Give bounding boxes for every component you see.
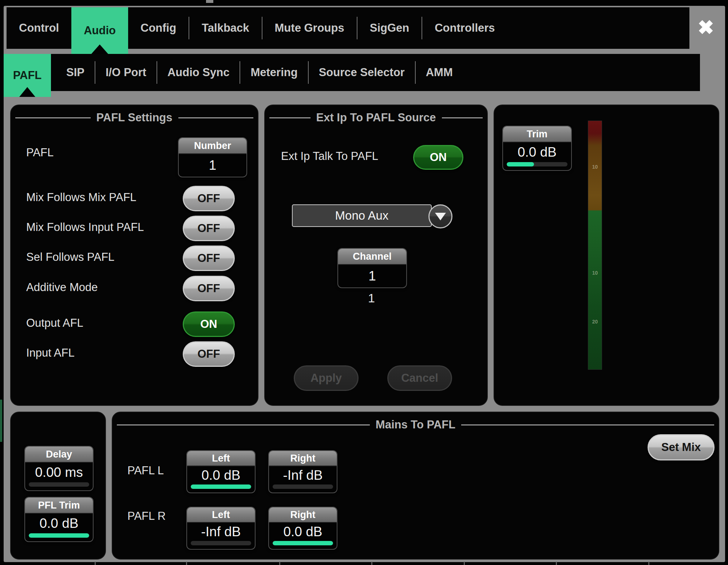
- tab-source-selector[interactable]: Source Selector: [309, 54, 415, 91]
- number-header: Number: [179, 138, 246, 154]
- pfl-trim-widget[interactable]: PFL Trim 0.0 dB: [24, 497, 94, 542]
- delay-widget[interactable]: Delay 0.00 ms: [24, 446, 94, 491]
- trim-widget[interactable]: Trim 0.0 dB: [502, 126, 572, 171]
- toggle-label: Mix Follows Input PAFL: [26, 219, 144, 235]
- number-value: 1: [179, 154, 246, 177]
- ext-ip-panel: Ext Ip To PAFL Source Ext Ip Talk To PAF…: [264, 105, 488, 406]
- toggle-label: Input AFL: [26, 345, 75, 361]
- trim-header: Trim: [503, 126, 571, 142]
- ext-ip-talk-label: Ext Ip Talk To PAFL: [281, 148, 378, 164]
- screen-edge-tick: [279, 562, 280, 565]
- pafl-l-left-widget[interactable]: Left 0.0 dB: [186, 450, 256, 493]
- tab-control[interactable]: Control: [7, 7, 71, 49]
- right-value: 0.0 dB: [269, 523, 337, 541]
- channel-widget[interactable]: Channel 1: [337, 248, 407, 288]
- screen-edge-tick: [464, 562, 465, 565]
- tab-pafl[interactable]: PAFL: [4, 54, 51, 97]
- tab-io-port[interactable]: I/O Port: [95, 54, 157, 91]
- meter-tick: 10: [588, 270, 602, 276]
- cancel-button[interactable]: Cancel: [387, 365, 452, 391]
- pafl-l-right-widget[interactable]: Right -Inf dB: [268, 450, 337, 493]
- screen-edge-tick: [95, 562, 96, 565]
- ext-ip-title: Ext Ip To PAFL Source: [269, 111, 483, 124]
- apply-button[interactable]: Apply: [294, 365, 359, 391]
- toggle-label: Sel Follows PAFL: [26, 249, 114, 265]
- tab-audio-sync[interactable]: Audio Sync: [157, 54, 240, 91]
- source-dropdown-button[interactable]: [428, 204, 452, 228]
- tab-mute-groups[interactable]: Mute Groups: [262, 7, 357, 49]
- left-value: -Inf dB: [187, 523, 255, 541]
- primary-tab-bar: Control Audio Config Talkback Mute Group…: [7, 7, 689, 49]
- toggle-label: Additive Mode: [26, 279, 98, 295]
- pafl-dialog: Control Audio Config Talkback Mute Group…: [0, 0, 728, 565]
- toggle-mix-follows-input-pafl[interactable]: OFF: [183, 216, 235, 241]
- source-dropdown[interactable]: Mono Aux: [292, 204, 432, 227]
- screen-edge-tick: [186, 562, 187, 565]
- delay-panel: Delay 0.00 ms PFL Trim 0.0 dB: [10, 412, 106, 560]
- source-dropdown-value: Mono Aux: [335, 209, 389, 223]
- set-mix-button[interactable]: Set Mix: [648, 434, 715, 460]
- toggle-input-afl[interactable]: OFF: [183, 341, 235, 367]
- toggle-ext-ip-talk[interactable]: ON: [413, 145, 463, 170]
- toggle-sel-follows-pafl[interactable]: OFF: [183, 246, 235, 271]
- dialog-frame: Control Audio Config Talkback Mute Group…: [4, 6, 725, 562]
- meter-tick: 10: [588, 164, 602, 170]
- tab-amm[interactable]: AMM: [416, 54, 463, 91]
- channel-header: Channel: [338, 249, 406, 265]
- pafl-number-widget[interactable]: Number 1: [178, 137, 247, 177]
- meter-tick: 20: [588, 319, 602, 325]
- tab-config[interactable]: Config: [128, 7, 189, 49]
- background-artifact: [206, 0, 213, 3]
- pafl-settings-title: PAFL Settings: [15, 111, 253, 124]
- tab-siggen[interactable]: SigGen: [357, 7, 422, 49]
- toggle-label: Mix Follows Mix PAFL: [26, 189, 136, 205]
- monitor-panel: Trim 0.0 dB 10 10 20: [494, 105, 719, 406]
- close-icon[interactable]: ✖: [694, 15, 718, 39]
- delay-header: Delay: [25, 447, 93, 463]
- pfl-trim-value: 0.0 dB: [25, 514, 93, 533]
- tab-talkback[interactable]: Talkback: [189, 7, 261, 49]
- tab-controllers[interactable]: Controllers: [422, 7, 507, 49]
- chevron-down-icon: [435, 213, 446, 220]
- left-header: Left: [187, 507, 255, 523]
- screen-edge-tick: [556, 562, 557, 565]
- screen-edge-tick: [371, 562, 372, 565]
- trim-value: 0.0 dB: [503, 142, 571, 162]
- pafl-settings-panel: PAFL Settings PAFL Number 1 Mix Follows …: [10, 105, 258, 406]
- trim-bar: [507, 162, 567, 166]
- mains-to-pafl-panel: Mains To PAFL Set Mix PAFL L Left 0.0 dB…: [112, 412, 719, 560]
- channel-value: 1: [338, 265, 406, 287]
- toggle-additive-mode[interactable]: OFF: [183, 276, 235, 301]
- channel-current-value: 1: [337, 291, 405, 305]
- left-header: Left: [187, 451, 255, 466]
- tab-audio[interactable]: Audio: [71, 7, 128, 54]
- secondary-tab-bar: SIP I/O Port Audio Sync Metering Source …: [7, 54, 700, 91]
- pafl-r-left-widget[interactable]: Left -Inf dB: [186, 507, 256, 550]
- pfl-trim-bar: [29, 533, 89, 538]
- toggle-mix-follows-mix-pafl[interactable]: OFF: [183, 186, 235, 211]
- pafl-l-label: PAFL L: [127, 463, 164, 479]
- pafl-r-right-widget[interactable]: Right 0.0 dB: [268, 507, 337, 550]
- toggle-output-afl[interactable]: ON: [183, 311, 235, 337]
- background-artifact-green: [0, 400, 2, 442]
- right-value: -Inf dB: [269, 466, 337, 484]
- delay-bar: [29, 482, 89, 487]
- tab-metering[interactable]: Metering: [240, 54, 308, 91]
- pafl-level-meter: 10 10 20: [588, 121, 602, 370]
- screen-edge-tick: [648, 562, 649, 565]
- toggle-label: Output AFL: [26, 315, 83, 331]
- tab-sip[interactable]: SIP: [56, 54, 95, 91]
- pafl-label: PAFL: [26, 145, 54, 161]
- left-value: 0.0 dB: [187, 466, 255, 484]
- mains-title: Mains To PAFL: [117, 418, 714, 431]
- right-header: Right: [269, 507, 337, 523]
- pafl-r-label: PAFL R: [127, 508, 166, 524]
- right-header: Right: [269, 451, 337, 466]
- delay-value: 0.00 ms: [25, 463, 93, 482]
- pfl-trim-header: PFL Trim: [25, 498, 93, 514]
